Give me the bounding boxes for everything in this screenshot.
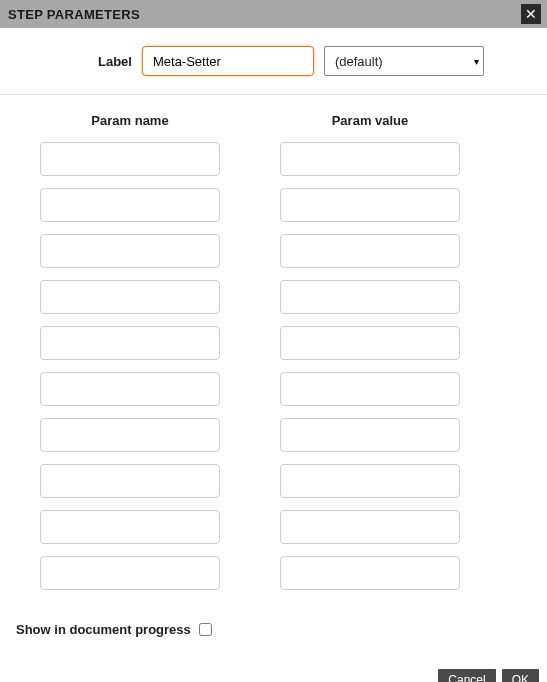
- param-name-input[interactable]: [40, 188, 220, 222]
- param-value-input[interactable]: [280, 234, 460, 268]
- preset-select[interactable]: (default) ▾: [324, 46, 484, 76]
- chevron-down-icon: ▾: [474, 56, 479, 67]
- param-name-column: Param name: [40, 113, 220, 602]
- param-columns: Param name Param value: [10, 113, 537, 602]
- ok-button[interactable]: OK: [502, 669, 539, 682]
- param-name-input[interactable]: [40, 510, 220, 544]
- param-value-input[interactable]: [280, 556, 460, 590]
- param-value-input[interactable]: [280, 418, 460, 452]
- dialog-content: Label (default) ▾ Param name Param value: [0, 28, 547, 647]
- param-name-input[interactable]: [40, 372, 220, 406]
- close-button[interactable]: ✕: [521, 4, 541, 24]
- titlebar: STEP PARAMETERS ✕: [0, 0, 547, 28]
- param-value-input[interactable]: [280, 280, 460, 314]
- label-input[interactable]: [142, 46, 314, 76]
- param-name-input[interactable]: [40, 464, 220, 498]
- show-progress-row[interactable]: Show in document progress: [10, 602, 537, 637]
- param-name-header: Param name: [91, 113, 168, 128]
- param-value-column: Param value: [280, 113, 460, 602]
- preset-select-value: (default): [335, 54, 383, 69]
- param-value-input[interactable]: [280, 372, 460, 406]
- param-name-input[interactable]: [40, 280, 220, 314]
- param-name-input[interactable]: [40, 418, 220, 452]
- param-value-header: Param value: [332, 113, 409, 128]
- label-row: Label (default) ▾: [10, 46, 537, 94]
- param-name-input[interactable]: [40, 556, 220, 590]
- close-icon: ✕: [525, 7, 537, 21]
- cancel-button[interactable]: Cancel: [438, 669, 495, 682]
- param-value-input[interactable]: [280, 326, 460, 360]
- param-value-input[interactable]: [280, 510, 460, 544]
- show-progress-checkbox[interactable]: [199, 623, 212, 636]
- show-progress-label: Show in document progress: [16, 622, 191, 637]
- divider: [0, 94, 547, 95]
- param-name-input[interactable]: [40, 142, 220, 176]
- dialog-footer: Cancel OK: [0, 647, 547, 682]
- param-value-input[interactable]: [280, 188, 460, 222]
- param-value-input[interactable]: [280, 464, 460, 498]
- param-name-input[interactable]: [40, 234, 220, 268]
- dialog-title: STEP PARAMETERS: [8, 7, 140, 22]
- param-name-input[interactable]: [40, 326, 220, 360]
- param-value-input[interactable]: [280, 142, 460, 176]
- label-field-label: Label: [98, 54, 132, 69]
